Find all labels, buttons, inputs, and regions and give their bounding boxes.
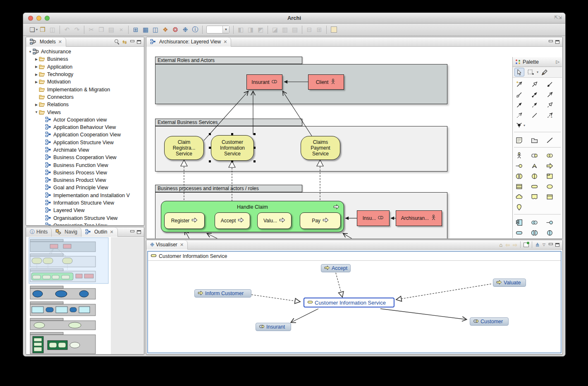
palette-item-business-representation[interactable] [530, 192, 545, 202]
palette-item-other-group[interactable] [530, 135, 545, 145]
palette-item-relations-influence[interactable]: + [545, 110, 560, 120]
properties-table-button[interactable]: ▦ [141, 25, 151, 34]
palette-item-business-object[interactable] [545, 192, 560, 202]
palette-item-relations-magic-connector[interactable] [514, 79, 530, 89]
node-claim-registration-service[interactable]: Claim Registra... Service [164, 136, 204, 160]
home-icon[interactable]: ⌂ [500, 242, 503, 248]
tree-item-actor-cooperation-view[interactable]: Actor Cooperation view [26, 116, 144, 124]
diagram-canvas[interactable]: External Roles and Actors External Busin… [146, 47, 562, 238]
section-header-business-processes[interactable]: Business processes and internal actors /… [155, 185, 302, 192]
palette-item-business-meaning[interactable] [514, 192, 530, 202]
tree-item-motivation[interactable]: ▶Motivation [26, 78, 144, 86]
tab-models[interactable]: Models ✕ [26, 37, 66, 47]
palette-item-business-collaboration[interactable] [545, 150, 560, 161]
view-menu-icon[interactable]: ▽ [543, 243, 545, 247]
tree-item-connectors[interactable]: Connectors [26, 93, 144, 101]
close-icon[interactable]: ✕ [58, 39, 62, 45]
info-button[interactable]: ⓘ [190, 25, 200, 34]
palette-item-business-role[interactable] [530, 150, 545, 161]
tree-item-layered-view[interactable]: Layered View [26, 207, 144, 214]
palette-item-relations-serving[interactable] [545, 89, 560, 100]
palette-item-business-interaction[interactable] [514, 171, 530, 181]
visualiser-button[interactable]: ❉ [180, 25, 190, 34]
chevron-down-icon[interactable]: ▾ [523, 124, 525, 127]
tree-item-business-product-view[interactable]: Business Product View [26, 176, 144, 184]
palette-item-business-event[interactable] [530, 161, 545, 171]
close-icon[interactable]: ✕ [180, 242, 184, 248]
palette-item-business-process[interactable] [545, 161, 560, 171]
tree-item-implementation-and-installation-v[interactable]: Implementation and Installation V [26, 192, 144, 199]
palette-item-business-function[interactable] [530, 171, 545, 181]
node-customer-information-service[interactable]: Customer Information Service [211, 135, 254, 161]
section-body-external-roles[interactable] [155, 64, 447, 104]
palette-item-relations-specialisation[interactable] [530, 79, 545, 89]
chevron-down-icon[interactable]: ▾ [537, 70, 538, 74]
outline-thumbnail[interactable] [26, 237, 144, 354]
node-pay[interactable]: Pay [300, 212, 341, 229]
palette-item-application-component[interactable] [514, 217, 530, 228]
node-register[interactable]: Register [164, 212, 205, 229]
tab-layered-view[interactable]: Archisurance: Layered View ✕ [146, 37, 231, 47]
vis-node-inform-customer[interactable]: Inform Customer [194, 289, 251, 298]
tab-outline[interactable]: Outlin ✕ [81, 227, 118, 237]
tree-item-organisation-structure-view[interactable]: Organisation Structure View [26, 214, 144, 222]
expander-right-icon[interactable]: ▶ [34, 73, 39, 76]
palette-item-application-function[interactable] [545, 228, 560, 238]
palette-item-relations-aggregation[interactable] [514, 89, 530, 100]
palette-item-application-interaction[interactable] [530, 228, 545, 238]
minimize-view-icon[interactable] [130, 40, 134, 44]
palette-item-relations-access[interactable] [514, 110, 530, 120]
snapshot-pin-icon[interactable] [523, 243, 529, 247]
palette-item-junction[interactable] [516, 121, 523, 130]
expander-down-icon[interactable]: ▼ [34, 110, 39, 114]
palette-item-business-location[interactable] [514, 202, 530, 212]
tree-item-implementation-migration[interactable]: Implementation & Migration [26, 86, 144, 93]
diagram-button[interactable]: ◫ [151, 25, 160, 34]
depth-icon[interactable]: ⋔ [535, 242, 540, 248]
tab-navigator[interactable]: Navig [52, 227, 81, 237]
tree-item-information-structure-view[interactable]: Information Structure View [26, 199, 144, 207]
vis-node-insurant[interactable]: Insurant [256, 323, 291, 331]
palette-item-relations-assignment[interactable] [530, 89, 545, 100]
tree-item-business-cooperation-view[interactable]: Business Cooperation View [26, 154, 144, 161]
node-archisurance-actor[interactable]: Archisuran... [396, 210, 442, 226]
tree-item-goal-and-principle-view[interactable]: Goal and Principle View [26, 184, 144, 191]
minimize-view-icon[interactable] [548, 40, 552, 44]
tree-item-business-process-view[interactable]: Business Process View [26, 169, 144, 176]
tool-marquee[interactable] [526, 68, 535, 76]
window-resize-icon[interactable]: ⇱⇲ [555, 15, 562, 20]
palette-item-application-collaboration[interactable] [530, 217, 545, 228]
palette-item-business-contract[interactable] [514, 181, 530, 192]
visualiser-canvas[interactable]: Customer Information Service AcceptValua [147, 251, 562, 353]
palette-item-business-value[interactable] [545, 181, 560, 192]
tree-item-application-cooperation-view[interactable]: Application Cooperation View [26, 131, 144, 138]
tree-item-business-function-view[interactable]: Business Function View [26, 161, 144, 169]
collapse-palette-icon[interactable]: ▷ [556, 59, 559, 64]
tree-item-business[interactable]: ▶Business [26, 55, 144, 63]
vis-node-accept[interactable]: Accept [321, 264, 351, 272]
vis-node-customer-information-service[interactable]: Customer Information Service [304, 298, 394, 307]
close-icon[interactable]: ✕ [110, 229, 113, 235]
node-insurant[interactable]: Insurant [246, 74, 282, 90]
maximize-view-icon[interactable] [137, 230, 141, 234]
models-tree-button[interactable]: ⊞ [131, 25, 141, 34]
back-icon[interactable]: ⇦ [505, 242, 510, 248]
tree-item-application-behaviour-view[interactable]: Application Behaviour View [26, 124, 144, 131]
palette-item-business-service[interactable] [530, 181, 545, 192]
navigator-button[interactable]: ❖ [160, 25, 170, 34]
section-header-external-services[interactable]: External Business Services [155, 119, 302, 126]
vis-node-valuate[interactable]: Valuate [493, 279, 526, 287]
vis-node-customer[interactable]: Customer [470, 317, 509, 326]
open-button[interactable]: ❐ [38, 25, 48, 34]
link-with-editor-icon[interactable]: ⇆ [122, 39, 127, 45]
palette-item-business-product[interactable] [545, 171, 560, 181]
expander-down-icon[interactable]: ▼ [28, 50, 33, 54]
palette-item-relations-realisation[interactable] [545, 100, 560, 110]
expander-right-icon[interactable]: ▶ [34, 57, 39, 61]
palette-item-relations-triggering[interactable] [514, 100, 530, 110]
maximize-view-icon[interactable] [137, 40, 141, 44]
tab-hints[interactable]: ⓘ Hints [26, 227, 52, 237]
node-client[interactable]: Client [308, 74, 344, 90]
zoom-combo[interactable]: ▼ [206, 26, 229, 33]
tree-item-relations[interactable]: ▶Relations [26, 101, 144, 108]
